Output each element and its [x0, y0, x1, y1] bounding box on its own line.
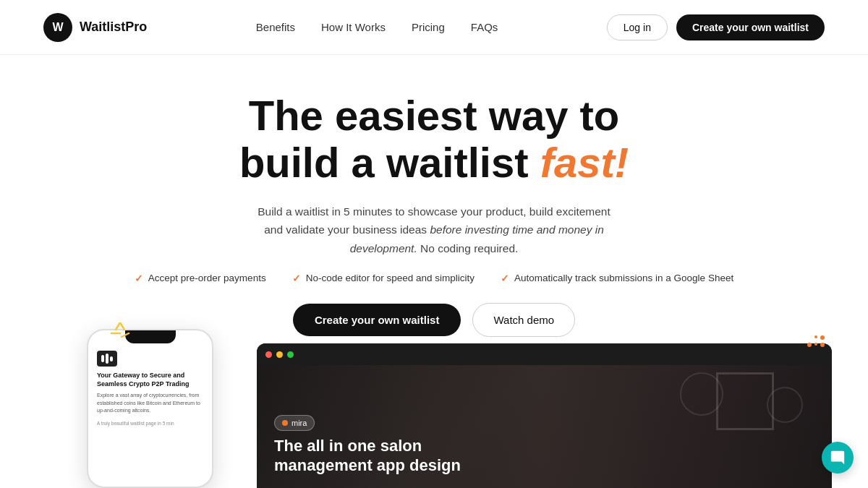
- phone-app-icon: [97, 351, 117, 367]
- preview-area: Your Gateway to Secure and Seamless Cryp…: [0, 336, 868, 488]
- logo[interactable]: W WaitlistPro: [43, 13, 147, 42]
- phone-mockup: Your Gateway to Secure and Seamless Cryp…: [87, 329, 213, 488]
- brand-badge: mira: [274, 415, 315, 431]
- sdot-3: [807, 343, 812, 347]
- phone-footer: A truly beautiful waitlist page in 5 min: [97, 421, 203, 426]
- bar-icon-3: [110, 356, 113, 361]
- brand-badge-text: mira: [292, 419, 307, 427]
- browser-big-text: The all in one salon management app desi…: [274, 437, 461, 475]
- logo-letter: W: [52, 21, 63, 34]
- sdot-2: [820, 335, 825, 340]
- sdot-1: [814, 335, 817, 338]
- sparkle-row-2: [807, 343, 825, 347]
- browser-bar: [257, 343, 832, 365]
- cta-row: Create your own waitlist Watch demo: [293, 303, 575, 337]
- check-icon-1: ✓: [135, 273, 143, 284]
- hero-title-line1: The easiest way to: [249, 92, 620, 139]
- features-row: ✓ Accept pre-order payments ✓ No-code ed…: [135, 273, 733, 284]
- hero-title: The easiest way to build a waitlist fast…: [239, 93, 629, 187]
- browser-overlay: mira The all in one salon management app…: [274, 415, 461, 475]
- bar-icon-2: [106, 354, 109, 364]
- hero-cta-button[interactable]: Create your own waitlist: [293, 304, 461, 336]
- phone-content: Your Gateway to Secure and Seamless Cryp…: [88, 343, 212, 433]
- nav-pricing[interactable]: Pricing: [412, 21, 445, 33]
- sparkle-dots: [807, 335, 825, 347]
- logo-icon: W: [43, 13, 72, 42]
- check-icon-3: ✓: [501, 273, 509, 284]
- check-icon-2: ✓: [292, 273, 301, 284]
- browser-text-line1: The all in one salon: [274, 437, 422, 455]
- browser-bg: mira The all in one salon management app…: [257, 365, 832, 488]
- login-button[interactable]: Log in: [607, 14, 668, 40]
- nav-cta-button[interactable]: Create your own waitlist: [676, 14, 825, 40]
- hero-subtitle-after: No coding required.: [417, 242, 519, 254]
- bar-icon-1: [101, 355, 104, 362]
- feature-2: ✓ No-code editor for speed and simplicit…: [292, 273, 475, 284]
- nav-actions: Log in Create your own waitlist: [607, 14, 825, 40]
- nav-faqs[interactable]: FAQs: [471, 21, 498, 33]
- navbar: W WaitlistPro Benefits How It Works Pric…: [0, 0, 868, 55]
- browser-text-line2: management app design: [274, 456, 461, 474]
- sparkle-row-1: [814, 335, 825, 340]
- hero-section: The easiest way to build a waitlist fast…: [0, 55, 868, 337]
- browser-content: mira The all in one salon management app…: [257, 365, 832, 488]
- chat-button[interactable]: [822, 442, 854, 474]
- phone-body: Explore a vast array of cryptocurrencies…: [97, 392, 203, 415]
- chat-icon: [830, 450, 846, 466]
- hero-subtitle: Build a waitlist in 5 minutes to showcas…: [253, 202, 615, 258]
- brand-name: WaitlistPro: [80, 20, 147, 35]
- feature-1: ✓ Accept pre-order payments: [135, 273, 266, 284]
- browser-dot-yellow: [276, 351, 283, 358]
- watch-demo-button[interactable]: Watch demo: [472, 303, 575, 337]
- feature-3: ✓ Automatically track submissions in a G…: [501, 273, 733, 284]
- nav-links: Benefits How It Works Pricing FAQs: [256, 21, 498, 33]
- svg-line-0: [116, 322, 120, 330]
- browser-preview: mira The all in one salon management app…: [257, 343, 832, 488]
- phone-title: Your Gateway to Secure and Seamless Cryp…: [97, 372, 203, 388]
- sparkle-right-icon: [807, 335, 825, 347]
- sdot-5: [820, 343, 825, 347]
- sdot-4: [814, 343, 817, 346]
- browser-dot-red: [265, 351, 272, 358]
- feature-1-text: Accept pre-order payments: [148, 273, 266, 283]
- nav-benefits[interactable]: Benefits: [256, 21, 295, 33]
- feature-3-text: Automatically track submissions in a Goo…: [514, 273, 733, 283]
- browser-dot-green: [287, 351, 294, 358]
- nav-how-it-works[interactable]: How It Works: [321, 21, 386, 33]
- hero-title-line2: build a waitlist: [239, 139, 529, 186]
- svg-line-1: [120, 322, 124, 330]
- feature-2-text: No-code editor for speed and simplicity: [306, 273, 475, 283]
- brand-dot: [282, 420, 288, 426]
- sparkle-left-icon: [107, 322, 133, 347]
- svg-line-3: [122, 333, 129, 337]
- hero-title-accent: fast!: [540, 139, 629, 186]
